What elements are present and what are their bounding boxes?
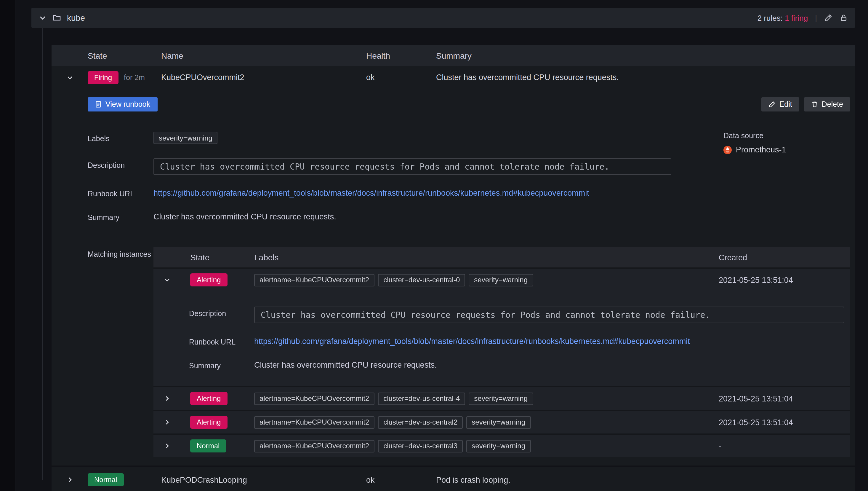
- label-chip: severity=warning: [153, 132, 218, 144]
- group-lock-icon[interactable]: [840, 13, 848, 22]
- rule-collapse-chevron-down-icon[interactable]: [52, 66, 88, 89]
- rule-group-panel: kube 2 rules: 1 firing | State: [31, 8, 855, 491]
- instance-state-badge: Alerting: [190, 392, 227, 405]
- description-value-box: Cluster has overcommitted CPU resource r…: [153, 158, 671, 175]
- instances-table-header: State Labels Created: [153, 247, 850, 267]
- matching-instances-table: State Labels Created Alerting: [153, 247, 850, 457]
- instance-description-box: Cluster has overcommitted CPU resource r…: [254, 307, 844, 323]
- instance-created: 2021-05-25 13:51:04: [714, 394, 850, 403]
- rule-health: ok: [366, 73, 436, 82]
- instance-collapse-chevron-down-icon[interactable]: [153, 269, 181, 291]
- rule-name: KubeCPUOvercommit2: [161, 73, 366, 82]
- instances-column-state: State: [181, 253, 244, 262]
- instance-description-label: Description: [189, 307, 254, 318]
- runbook-url-field-label: Runbook URL: [88, 187, 153, 199]
- instance-summary-value: Cluster has overcommitted CPU resource r…: [254, 359, 437, 370]
- instance-labels: alertname=KubeCPUOvercommit2 cluster=dev…: [244, 416, 714, 428]
- state-badge-firing: Firing: [88, 71, 119, 84]
- matching-instances-label: Matching instances: [88, 247, 153, 259]
- label-chip: cluster=dev-us-central-0: [378, 274, 465, 286]
- instance-row: Alerting alertname=KubeCPUOvercommit2 cl…: [153, 267, 850, 291]
- indent-guide: [42, 28, 43, 480]
- data-source-label: Data source: [723, 132, 786, 140]
- rule-name: KubePODCrashLooping: [161, 475, 366, 484]
- group-rules-summary: 2 rules: 1 firing: [757, 13, 808, 22]
- firing-count: 1 firing: [785, 13, 808, 22]
- rule-detail-fields: Labels severity=warning Description Clus…: [88, 132, 850, 457]
- header-divider: |: [815, 13, 817, 22]
- instance-summary-label: Summary: [189, 359, 254, 371]
- summary-value: Cluster has overcommitted CPU resource r…: [153, 210, 336, 222]
- trash-icon: [811, 101, 818, 108]
- column-header-health: Health: [366, 51, 436, 60]
- state-badge-normal: Normal: [88, 473, 124, 486]
- delete-button[interactable]: Delete: [804, 97, 850, 112]
- rule-summary: Pod is crash looping.: [436, 475, 855, 484]
- rule-detail-panel: View runbook Edit Delete: [52, 89, 855, 465]
- summary-field-label: Summary: [88, 210, 153, 222]
- description-field-label: Description: [88, 158, 153, 170]
- instance-labels: alertname=KubeCPUOvercommit2 cluster=dev…: [244, 392, 714, 405]
- label-chip: cluster=dev-us-central2: [378, 416, 463, 428]
- instance-runbook-label: Runbook URL: [189, 335, 254, 347]
- group-name: kube: [67, 13, 85, 23]
- instance-detail-panel: Description Cluster has overcommitted CP…: [153, 291, 850, 386]
- instances-column-labels: Labels: [244, 253, 714, 262]
- group-edit-pencil-icon[interactable]: [824, 13, 832, 22]
- label-chip: severity=warning: [469, 274, 533, 286]
- instance-state-badge: Normal: [190, 439, 226, 453]
- rule-row-firing: Firing for 2m KubeCPUOvercommit2 ok Clus…: [52, 66, 855, 89]
- label-chip: cluster=dev-us-central3: [378, 440, 463, 452]
- edit-button[interactable]: Edit: [762, 97, 799, 112]
- rule-row-normal: Normal KubePODCrashLooping ok Pod is cra…: [52, 467, 855, 491]
- book-icon: [95, 101, 102, 108]
- instance-expand-chevron-right-icon[interactable]: [153, 435, 181, 457]
- instance-expand-chevron-right-icon[interactable]: [153, 387, 181, 410]
- label-chip: cluster=dev-us-central-4: [378, 392, 465, 405]
- instance-labels: alertname=KubeCPUOvercommit2 cluster=dev…: [244, 274, 714, 286]
- column-header-state: State: [88, 51, 161, 60]
- data-source-block: Data source Prometheus-1: [723, 132, 786, 154]
- instance-expand-chevron-right-icon[interactable]: [153, 411, 181, 433]
- view-runbook-button[interactable]: View runbook: [88, 97, 157, 112]
- instance-labels: alertname=KubeCPUOvercommit2 cluster=dev…: [244, 440, 714, 452]
- folder-icon: [53, 13, 61, 22]
- instance-state-badge: Alerting: [190, 416, 227, 429]
- label-chip: alertname=KubeCPUOvercommit2: [254, 392, 374, 405]
- app-sidebar-strip: [0, 0, 16, 491]
- prometheus-icon: [723, 146, 732, 154]
- labels-field-label: Labels: [88, 132, 153, 144]
- rule-expand-chevron-right-icon[interactable]: [52, 467, 88, 491]
- column-header-name: Name: [161, 51, 366, 60]
- rules-table-header: State Name Health Summary: [52, 45, 855, 66]
- firing-duration: for 2m: [124, 73, 145, 82]
- rule-summary: Cluster has overcommitted CPU resource r…: [436, 73, 855, 82]
- label-chip: alertname=KubeCPUOvercommit2: [254, 274, 374, 286]
- instance-row: Normal alertname=KubeCPUOvercommit2 clus…: [153, 433, 850, 457]
- instances-column-created: Created: [714, 253, 850, 262]
- label-chip: severity=warning: [469, 392, 533, 405]
- column-header-summary: Summary: [436, 51, 855, 60]
- pencil-icon: [769, 101, 776, 108]
- group-collapse-chevron-down-icon[interactable]: [38, 13, 47, 22]
- label-chip: alertname=KubeCPUOvercommit2: [254, 440, 374, 452]
- instance-state-badge: Alerting: [190, 273, 227, 286]
- rule-health: ok: [366, 475, 436, 484]
- label-chip: severity=warning: [466, 440, 531, 452]
- instance-created: 2021-05-25 13:51:04: [714, 276, 850, 284]
- screen: kube 2 rules: 1 firing | State: [0, 0, 868, 491]
- label-chip: severity=warning: [466, 416, 531, 428]
- instance-row: Alerting alertname=KubeCPUOvercommit2 cl…: [153, 410, 850, 433]
- rule-actions: View runbook Edit Delete: [88, 97, 850, 112]
- instance-created: -: [714, 441, 850, 451]
- instance-created: 2021-05-25 13:51:04: [714, 418, 850, 427]
- instance-row: Alerting alertname=KubeCPUOvercommit2 cl…: [153, 386, 850, 410]
- instance-runbook-link[interactable]: https://github.com/grafana/deployment_to…: [254, 335, 690, 346]
- label-chip: alertname=KubeCPUOvercommit2: [254, 416, 374, 428]
- rule-labels: severity=warning: [153, 132, 218, 144]
- rules-table: State Name Health Summary Firing for 2m …: [52, 45, 855, 491]
- runbook-url-link[interactable]: https://github.com/grafana/deployment_to…: [153, 187, 589, 198]
- rule-group-header[interactable]: kube 2 rules: 1 firing |: [31, 8, 855, 28]
- data-source-name: Prometheus-1: [736, 145, 786, 154]
